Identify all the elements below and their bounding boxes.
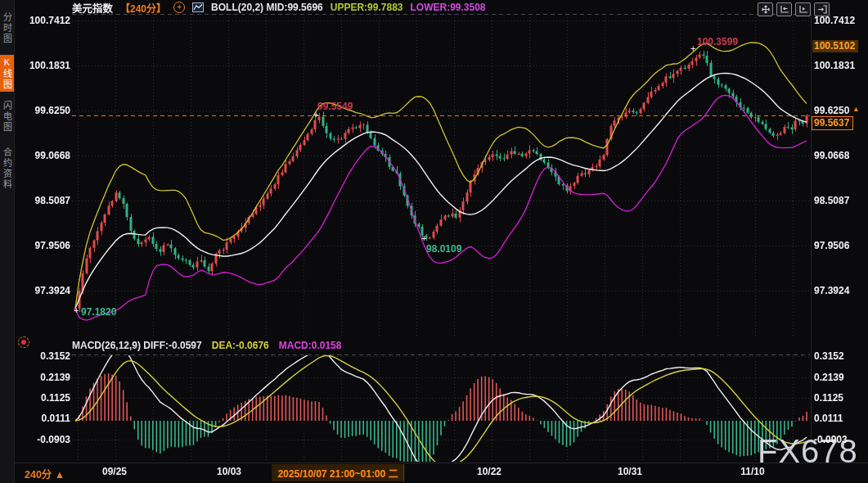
trading-app-window: 分时图 K线图 闪电图 合约资料 美元指数 【240分】 + BOLL(20,2… <box>0 0 868 483</box>
sidebar: 分时图 K线图 闪电图 合约资料 <box>0 0 15 483</box>
macd-axis-label: 0.3152 <box>16 350 70 362</box>
price-axis-label: 99.6250 <box>814 105 849 116</box>
boll-lower-value: LOWER:99.3508 <box>410 2 485 13</box>
price-axis-label: 97.9506 <box>16 240 70 251</box>
fit-y-axis-button[interactable] <box>776 2 792 16</box>
timeframe-selector[interactable]: 240分 ▲ <box>25 466 65 481</box>
price-axis-label: 99.6250 <box>16 105 70 116</box>
date-axis-label: 10/31 <box>618 466 642 477</box>
price-axis-label: 100.1831 <box>16 60 70 71</box>
macd-axis-label: -0.0903 <box>16 434 70 445</box>
chart-header: 美元指数 【240分】 + BOLL(20,2) MID:99.5696 UPP… <box>72 1 486 14</box>
indicator-chart-icon <box>192 2 204 12</box>
extreme-cross-marker: + <box>74 307 79 314</box>
macd-axis-label: 0.0111 <box>16 413 70 424</box>
boll-mid-value: BOLL(20,2) MID:99.5696 <box>211 2 323 13</box>
extreme-cross-marker: + <box>690 45 695 52</box>
macd-dea-value: DEA:-0.0676 <box>212 340 269 351</box>
price-axis-label: 98.5087 <box>16 195 70 206</box>
sidebar-item-candle-chart[interactable]: K线图 <box>0 55 14 92</box>
price-annotation: 100.3599 <box>697 36 738 47</box>
price-annotation: 98.0109 <box>426 243 461 255</box>
timeframe-label[interactable]: 【240分】 <box>120 1 166 15</box>
macd-axis-label: 0.0111 <box>814 413 843 424</box>
sidebar-item-timeline-chart[interactable]: 分时图 <box>0 2 14 53</box>
price-axis-label: 97.9506 <box>814 240 849 251</box>
macd-axis-label: 0.3152 <box>814 350 844 362</box>
price-axis-label: 98.5087 <box>814 195 849 206</box>
price-arrow-icon: ▲ <box>852 105 860 113</box>
date-axis-label: 09/25 <box>102 466 127 477</box>
date-axis-label: 11/10 <box>740 466 764 477</box>
alert-level-marker: 100.5102 <box>812 40 858 52</box>
macd-hist-value: MACD:0.0158 <box>279 340 342 351</box>
price-axis-label: 97.3924 <box>814 285 849 296</box>
macd-axis-label: 0.2139 <box>814 372 844 383</box>
date-axis-label: 10/22 <box>477 466 501 477</box>
macd-axis-label: 0.1125 <box>16 392 70 404</box>
expand-icon[interactable]: + <box>173 2 185 13</box>
chart-canvas[interactable] <box>0 0 868 483</box>
macd-axis-label: 0.2139 <box>16 372 70 383</box>
move-tool-button[interactable] <box>758 2 773 16</box>
sidebar-item-contract-info[interactable]: 合约资料 <box>0 141 14 196</box>
macd-axis-label: -0.0903 <box>814 434 848 445</box>
extreme-cross-marker: + <box>421 235 426 242</box>
price-axis-label: 100.7412 <box>16 15 70 26</box>
macd-indicator-icon[interactable] <box>18 336 29 348</box>
price-axis-label: 99.0668 <box>814 150 849 161</box>
last-price-marker: 99.5637 <box>812 116 853 130</box>
sidebar-item-lightning-chart[interactable]: 闪电图 <box>0 95 14 138</box>
macd-axis-label: 0.1125 <box>814 392 843 404</box>
extreme-cross-marker: + <box>313 111 318 118</box>
date-axis-label: 10/03 <box>217 466 241 477</box>
fit-x-axis-button[interactable] <box>795 2 811 16</box>
price-axis-label: 99.0668 <box>16 150 70 161</box>
symbol-name: 美元指数 <box>72 0 113 16</box>
price-annotation: 99.5549 <box>317 101 353 112</box>
price-axis-label: 100.1831 <box>814 60 855 71</box>
crosshair-date-label: 2025/10/07 21:00~01:00 二 <box>272 464 403 481</box>
macd-diff-value: MACD(26,12,9) DIFF:-0.0597 <box>72 340 202 351</box>
price-annotation: 97.1820 <box>81 306 116 318</box>
price-axis-label: 100.7412 <box>814 15 855 26</box>
price-axis-label: 97.3924 <box>16 285 70 296</box>
macd-header: MACD(26,12,9) DIFF:-0.0597 DEA:-0.0676 M… <box>72 340 341 351</box>
boll-upper-value: UPPER:99.7883 <box>331 2 403 13</box>
